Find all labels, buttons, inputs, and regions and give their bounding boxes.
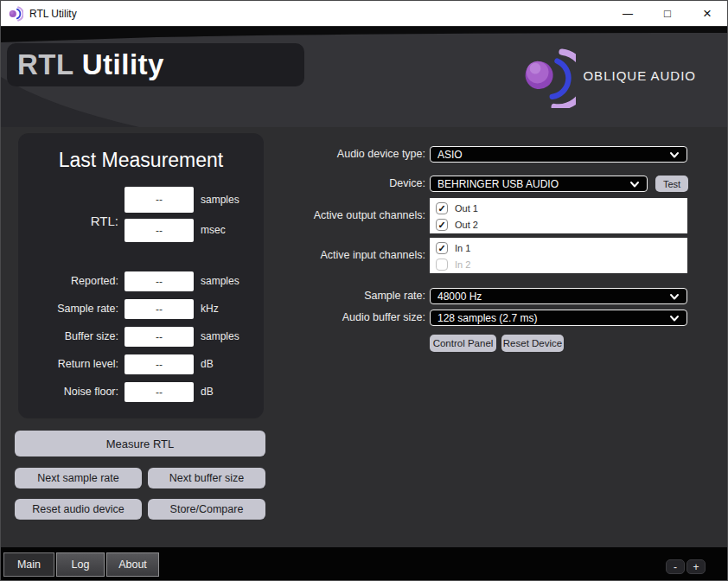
buffer-size-select[interactable]: 128 samples (2.7 ms) (430, 310, 687, 326)
checkbox-row-in-2[interactable]: In 2 (436, 256, 687, 272)
window-controls: — □ × (608, 1, 727, 26)
app-title-rtl: RTL (17, 48, 82, 80)
rtl-msec-value: -- (125, 219, 194, 242)
output-channels-panel: ✓ Out 1 ✓ Out 2 (430, 198, 687, 233)
audio-device-type-value: ASIO (437, 149, 669, 161)
noise-floor-unit: dB (201, 386, 214, 398)
checkbox-row-out-2[interactable]: ✓ Out 2 (436, 216, 687, 233)
chevron-down-icon (669, 313, 680, 323)
window-title: RTL Utility (29, 8, 77, 20)
app-header: RTL Utility OBLIQUE AUDIO (1, 27, 728, 127)
oblique-audio-logo-icon (520, 42, 576, 108)
device-value: BEHRINGER USB AUDIO (437, 178, 629, 190)
chevron-down-icon (669, 150, 680, 160)
last-measurement-panel: Last Measurement RTL: -- samples -- msec… (18, 133, 264, 418)
reset-audio-device-button[interactable]: Reset audio device (15, 499, 142, 520)
measure-rtl-button[interactable]: Measure RTL (15, 431, 265, 456)
noise-floor-label: Noise floor: (18, 382, 118, 402)
zoom-out-button[interactable]: - (666, 559, 685, 574)
rtl-samples-unit: samples (201, 194, 239, 206)
chevron-down-icon (669, 291, 680, 302)
buffer-size-select-value: 128 samples (2.7 ms) (437, 312, 669, 324)
buffer-size-value: -- (125, 327, 194, 347)
sample-rate-select-value: 48000 Hz (437, 290, 669, 303)
tab-strip: Main Log About (3, 552, 159, 577)
reported-label: Reported: (18, 271, 118, 291)
app-title: RTL Utility (17, 48, 164, 81)
checkbox-out-2[interactable]: ✓ (436, 219, 448, 231)
sample-rate-select[interactable]: 48000 Hz (430, 288, 687, 304)
audio-device-type-label: Audio device type: (260, 146, 425, 163)
checkbox-in-1[interactable]: ✓ (436, 242, 448, 254)
next-buffer-size-button[interactable]: Next buffer size (148, 468, 265, 488)
return-level-unit: dB (201, 358, 214, 370)
input-channels-label: Active input channels: (260, 247, 425, 264)
rtl-msec-unit: msec (201, 224, 226, 236)
sample-rate-value: -- (125, 299, 194, 319)
checkbox-row-in-1[interactable]: ✓ In 1 (436, 239, 687, 256)
return-level-label: Return level: (18, 354, 118, 374)
reported-value: -- (125, 271, 194, 291)
app-title-utility: Utility (82, 48, 164, 80)
brand-name: OBLIQUE AUDIO (583, 68, 696, 83)
checkbox-row-out-1[interactable]: ✓ Out 1 (436, 200, 687, 216)
sample-rate-label: Sample rate: (18, 299, 118, 319)
zoom-in-button[interactable]: + (686, 559, 706, 574)
app-window: RTL Utility — □ × RTL Utility (0, 0, 728, 581)
tab-main[interactable]: Main (3, 552, 54, 577)
control-panel-button[interactable]: Control Panel (430, 335, 496, 352)
output-channels-label: Active output channels: (260, 208, 425, 224)
checkbox-in-2-label: In 2 (455, 259, 470, 270)
bottom-tab-bar: Main Log About - + (1, 547, 727, 580)
reported-unit: samples (201, 275, 239, 287)
minimize-button[interactable]: — (608, 1, 648, 26)
sample-rate-unit: kHz (201, 303, 219, 315)
window-titlebar: RTL Utility — □ × (1, 1, 727, 27)
checkbox-out-1-label: Out 1 (455, 203, 478, 214)
rtl-label: RTL: (18, 213, 118, 230)
brand-logo: OBLIQUE AUDIO (520, 42, 696, 108)
chevron-down-icon (629, 179, 640, 189)
checkbox-in-1-label: In 1 (455, 243, 470, 253)
test-button[interactable]: Test (655, 176, 688, 192)
return-level-value: -- (125, 354, 194, 374)
app-title-plate: RTL Utility (7, 43, 304, 86)
tab-log[interactable]: Log (56, 552, 105, 577)
device-select[interactable]: BEHRINGER USB AUDIO (430, 176, 648, 192)
checkbox-out-1[interactable]: ✓ (436, 202, 448, 214)
maximize-button[interactable]: □ (648, 1, 687, 26)
buffer-size-select-label: Audio buffer size: (260, 310, 425, 326)
noise-floor-value: -- (125, 382, 194, 402)
store-compare-button[interactable]: Store/Compare (148, 499, 265, 520)
buffer-size-unit: samples (201, 330, 239, 342)
next-sample-rate-button[interactable]: Next sample rate (15, 468, 142, 488)
panel-title: Last Measurement (18, 149, 264, 172)
rtl-samples-value: -- (125, 187, 194, 213)
tab-about[interactable]: About (106, 552, 159, 577)
buffer-size-label: Buffer size: (18, 327, 118, 347)
close-button[interactable]: × (687, 1, 727, 26)
sample-rate-select-label: Sample rate: (260, 288, 425, 304)
device-label: Device: (260, 176, 425, 192)
checkbox-in-2[interactable] (436, 259, 448, 271)
input-channels-panel: ✓ In 1 In 2 (430, 238, 687, 273)
audio-device-type-select[interactable]: ASIO (430, 146, 687, 163)
checkbox-out-2-label: Out 2 (455, 220, 478, 230)
reset-device-button[interactable]: Reset Device (501, 335, 564, 352)
app-logo-icon (8, 6, 23, 22)
